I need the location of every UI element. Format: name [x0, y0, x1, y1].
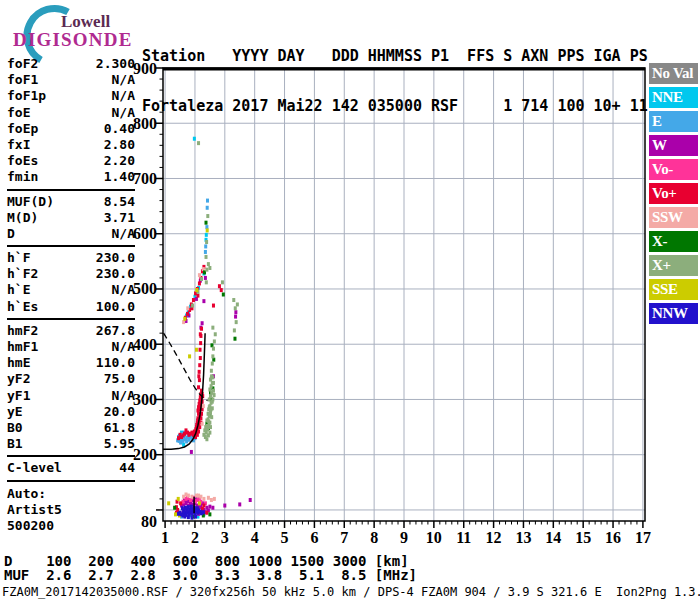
param-row-M(D): M(D)3.71 [7, 210, 135, 226]
legend-item-w: W [649, 135, 698, 156]
param-row-foEp: foEp0.40 [7, 121, 135, 137]
param-label: yF2 [7, 371, 30, 387]
param-section: foF22.300foF1N/AfoF1pN/AfoEN/AfoEp0.40fx… [7, 56, 135, 191]
param-value: 2.80 [104, 137, 135, 153]
param-row-B1: B15.95 [7, 436, 135, 452]
y-tick-label: 200 [133, 446, 157, 463]
param-label: foEp [7, 121, 38, 137]
param-row-hmF1: hmF1N/A [7, 339, 135, 355]
autoscaler-line: Artist5 [7, 502, 135, 518]
param-label: foEs [7, 153, 38, 169]
echo-points [167, 137, 252, 520]
param-label: fxI [7, 137, 30, 153]
param-value: N/A [112, 105, 135, 121]
param-value: 230.0 [96, 266, 135, 282]
autoscaler-info: Auto:Artist5500200 [7, 486, 135, 535]
param-row-h`E: h`EN/A [7, 282, 135, 298]
param-label: h`Es [7, 299, 38, 315]
param-value: 2.20 [104, 153, 135, 169]
param-value: 230.0 [96, 250, 135, 266]
x-tick-label: 2 [191, 529, 199, 546]
param-value: 8.54 [104, 194, 135, 210]
param-label: foF2 [7, 56, 38, 72]
param-row-yF2: yF275.0 [7, 371, 135, 387]
param-row-D: DN/A [7, 226, 135, 242]
x-tick-label: 17 [635, 529, 651, 546]
param-value: 75.0 [104, 371, 135, 387]
param-value: 100.0 [96, 299, 135, 315]
param-value: 267.8 [96, 323, 135, 339]
param-row-h`Es: h`Es100.0 [7, 299, 135, 315]
param-label: C-level [7, 460, 62, 476]
param-section: hmF2267.8hmF1N/AhmE110.0yF275.0yF1N/AyE2… [7, 323, 135, 458]
x-tick-label: 11 [456, 529, 471, 546]
legend-item-no-val: No Val [649, 63, 698, 84]
param-row-hmE: hmE110.0 [7, 355, 135, 371]
autoscaler-line: Auto: [7, 486, 135, 502]
y-tick-label: 300 [133, 391, 157, 408]
param-value: 3.71 [104, 210, 135, 226]
param-value: N/A [112, 282, 135, 298]
param-label: B1 [7, 436, 23, 452]
x-tick-label: 14 [545, 529, 561, 546]
y-tick-label: 80 [141, 513, 157, 530]
param-row-fmin: fmin1.40 [7, 169, 135, 185]
param-label: hmF2 [7, 323, 38, 339]
param-row-foF1: foF1N/A [7, 72, 135, 88]
x-tick-label: 3 [221, 529, 229, 546]
y-tick-label: 400 [133, 336, 157, 353]
param-row-foEs: foEs2.20 [7, 153, 135, 169]
legend-item-vo-: Vo- [649, 159, 698, 180]
x-tick-label: 13 [515, 529, 531, 546]
legend-item-vo+: Vo+ [649, 183, 698, 204]
param-label: B0 [7, 420, 23, 436]
param-label: hmF1 [7, 339, 38, 355]
param-label: yF1 [7, 388, 30, 404]
x-tick-label: 15 [575, 529, 591, 546]
param-label: fmin [7, 169, 38, 185]
x-tick-label: 1 [161, 529, 169, 546]
param-value: N/A [112, 226, 135, 242]
param-label: foF1p [7, 88, 46, 104]
x-tick-label: 5 [281, 529, 289, 546]
x-tick-label: 10 [426, 529, 442, 546]
param-value: N/A [112, 88, 135, 104]
param-row-foF1p: foF1pN/A [7, 88, 135, 104]
y-tick-label: 700 [133, 170, 157, 187]
param-row-fxI: fxI2.80 [7, 137, 135, 153]
param-label: yE [7, 404, 23, 420]
station-header-columns: Station YYYY DAY DDD HHMMSS P1 FFS S AXN… [142, 48, 648, 65]
param-value: 0.40 [104, 121, 135, 137]
station-header-values: Fortaleza 2017 Mai22 142 035000 RSF 1 71… [142, 98, 648, 115]
legend-item-e: E [649, 111, 698, 132]
param-value: 2.300 [96, 56, 135, 72]
legend-item-sse: SSE [649, 279, 698, 300]
param-row-hmF2: hmF2267.8 [7, 323, 135, 339]
param-value: 61.8 [104, 420, 135, 436]
param-label: hmE [7, 355, 30, 371]
legend-item-ssw: SSW [649, 207, 698, 228]
echo-direction-legend: No ValNNEEWVo-Vo+SSWX-X+SSENNW [649, 63, 699, 327]
x-tick-label: 4 [251, 529, 259, 546]
param-label: h`F2 [7, 266, 38, 282]
param-label: MUF(D) [7, 194, 54, 210]
d-muf-table: D 100 200 400 600 800 1000 1500 3000 [km… [4, 555, 417, 583]
param-value: 20.0 [104, 404, 135, 420]
param-value: 110.0 [96, 355, 135, 371]
param-row-h`F: h`F230.0 [7, 250, 135, 266]
param-row-B0: B061.8 [7, 420, 135, 436]
param-section: h`F230.0h`F2230.0h`EN/Ah`Es100.0 [7, 250, 135, 320]
param-label: D [7, 226, 15, 242]
param-section: MUF(D)8.54M(D)3.71DN/A [7, 194, 135, 248]
param-label: M(D) [7, 210, 38, 226]
legend-item-x+: X+ [649, 255, 698, 276]
logo-text-digisonde: DIGISONDE [13, 29, 133, 51]
param-row-MUF(D): MUF(D)8.54 [7, 194, 135, 210]
param-label: h`E [7, 282, 30, 298]
param-value: N/A [112, 339, 135, 355]
x-tick-label: 6 [310, 529, 318, 546]
x-tick-label: 16 [605, 529, 621, 546]
param-value: 5.95 [104, 436, 135, 452]
param-label: foE [7, 105, 30, 121]
x-tick-label: 9 [400, 529, 408, 546]
